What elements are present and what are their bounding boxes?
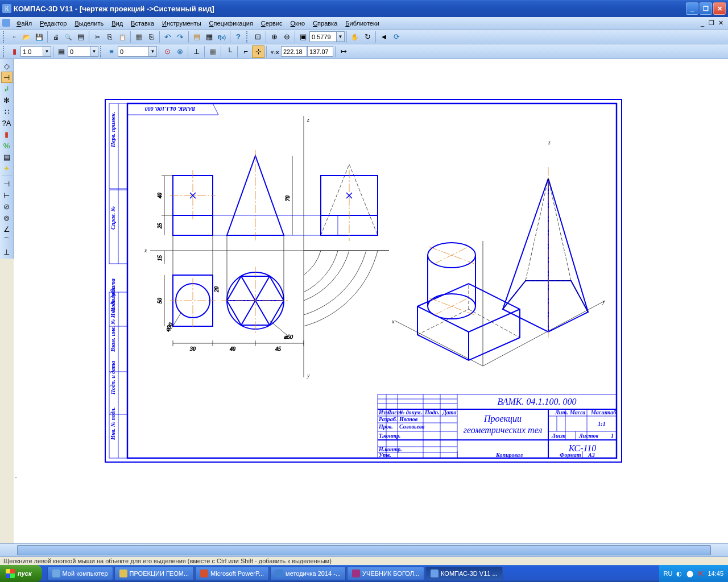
spec-panel-button[interactable]: % xyxy=(1,140,13,151)
menu-item[interactable]: Спецификация xyxy=(205,19,257,28)
state-input[interactable] xyxy=(20,46,43,57)
mdi-close[interactable]: ✕ xyxy=(717,19,725,27)
new-button[interactable] xyxy=(8,31,20,43)
state-dropdown[interactable]: ▼ xyxy=(43,46,51,57)
start-button[interactable]: пуск xyxy=(0,565,42,582)
copy-props-button[interactable]: ⎘ xyxy=(145,31,158,43)
reports-panel-button[interactable]: ▤ xyxy=(1,151,13,163)
menu-item[interactable]: Сервис xyxy=(257,19,287,28)
prev-view-button[interactable]: ◄ xyxy=(378,31,390,43)
menu-item[interactable]: Справка xyxy=(309,19,341,28)
track-button[interactable]: ⊹ xyxy=(252,45,264,58)
zoom-out-button[interactable] xyxy=(280,31,293,43)
tray-av-icon[interactable]: K xyxy=(697,569,705,577)
properties-button[interactable] xyxy=(133,31,145,43)
insert-panel-button[interactable]: ✦ xyxy=(1,163,13,174)
task-button[interactable]: УЧЕБНИК БОГОЛ... xyxy=(347,567,424,580)
tool-dim1[interactable]: ⊢ xyxy=(1,189,13,201)
style-input[interactable] xyxy=(118,46,149,57)
menu-item[interactable]: Окно xyxy=(287,19,309,28)
layer-dropdown[interactable]: ▼ xyxy=(90,46,98,57)
preview-button[interactable] xyxy=(62,31,75,43)
menu-item[interactable]: Файл xyxy=(13,19,36,28)
help-button[interactable] xyxy=(232,31,245,43)
zoom-in-button[interactable] xyxy=(268,31,280,43)
property-bar-track[interactable] xyxy=(17,545,711,555)
paste-button[interactable] xyxy=(116,31,129,43)
drawing-canvas[interactable]: Перв. примен. Справ. № Подп. и дата Взам… xyxy=(14,59,728,543)
library-button[interactable] xyxy=(191,31,203,43)
task-button[interactable]: Мой компьютер xyxy=(47,567,113,580)
snap-local-button[interactable] xyxy=(173,45,186,58)
style-combo[interactable]: ▼ xyxy=(118,46,157,57)
zoom-combo[interactable]: ▼ xyxy=(309,31,345,42)
variables-button[interactable] xyxy=(216,31,228,43)
open-button[interactable] xyxy=(20,31,33,43)
toolbar-grip[interactable] xyxy=(100,46,104,57)
redo-button[interactable] xyxy=(174,31,187,43)
xy-button[interactable] xyxy=(268,45,281,58)
notations-panel-button[interactable]: ↲ xyxy=(1,83,13,94)
language-indicator[interactable]: RU xyxy=(664,570,673,577)
style-button[interactable]: ≡ xyxy=(105,45,118,58)
copy-button[interactable] xyxy=(104,31,116,43)
tool-dim3[interactable]: ⊚ xyxy=(1,212,13,223)
maximize-button[interactable]: ❐ xyxy=(700,2,712,15)
step-button[interactable] xyxy=(337,45,350,58)
layer-input[interactable] xyxy=(68,46,90,57)
minimize-button[interactable]: _ xyxy=(686,2,698,15)
param-panel-button[interactable]: ∷ xyxy=(1,106,13,117)
doc-manager-button[interactable]: ▤ xyxy=(75,31,87,43)
menu-item[interactable]: Вид xyxy=(107,19,127,28)
tray-icon[interactable]: ⬤ xyxy=(686,569,694,577)
local-cs-button[interactable]: ⌐ xyxy=(239,45,252,58)
task-button[interactable]: методичка 2014 -... xyxy=(270,567,346,580)
calc-button[interactable]: ▦ xyxy=(203,31,216,43)
rotate-button[interactable] xyxy=(361,31,374,43)
layer-combo[interactable]: ▼ xyxy=(68,46,98,57)
tool-angle[interactable]: ∠ xyxy=(1,223,13,235)
round-button[interactable] xyxy=(206,45,219,58)
toolbar-grip[interactable] xyxy=(246,31,250,43)
undo-button[interactable] xyxy=(162,31,174,43)
edit-panel-button[interactable]: ✻ xyxy=(1,94,13,106)
task-button[interactable]: ПРОЕКЦИИ ГЕОМ... xyxy=(114,567,195,580)
coord-y-input[interactable] xyxy=(307,46,333,57)
menu-item[interactable]: Выделить xyxy=(71,19,107,28)
geometry-panel-button[interactable]: ◇ xyxy=(1,60,13,72)
toolbar-grip[interactable] xyxy=(3,46,6,57)
menu-item[interactable]: Редактор xyxy=(36,19,71,28)
grid-toggle-button[interactable]: ⊥ xyxy=(190,45,202,58)
tool-arc[interactable]: ⌒ xyxy=(1,235,13,246)
refresh-button[interactable] xyxy=(390,31,403,43)
save-button[interactable] xyxy=(33,31,46,43)
zoom-window-button[interactable] xyxy=(251,31,264,43)
zoom-input[interactable] xyxy=(309,31,337,42)
menu-item[interactable]: Вставка xyxy=(127,19,158,28)
tool-dim2[interactable]: ⊘ xyxy=(1,201,13,212)
style-dropdown[interactable]: ▼ xyxy=(149,46,157,57)
snap-global-button[interactable] xyxy=(161,45,173,58)
tool-height[interactable]: ⊥ xyxy=(1,246,13,257)
menu-item[interactable]: Инструменты xyxy=(158,19,205,28)
task-button[interactable]: КОМПАС-3D V11 ... xyxy=(425,567,503,580)
coord-x-input[interactable] xyxy=(281,46,307,57)
measure-panel-button[interactable]: ?A xyxy=(1,117,13,128)
print-button[interactable] xyxy=(49,31,62,43)
toolbar-grip[interactable] xyxy=(3,31,6,43)
dimensions-panel-button[interactable]: ⊣ xyxy=(1,72,13,83)
ortho-button[interactable]: └ xyxy=(223,45,235,58)
tool-line[interactable]: ⊣ xyxy=(1,178,13,189)
zoom-dropdown[interactable]: ▼ xyxy=(337,31,345,42)
cut-button[interactable] xyxy=(91,31,104,43)
clock[interactable]: 14:45 xyxy=(708,570,723,577)
task-button[interactable]: Microsoft PowerP... xyxy=(195,567,269,580)
tray-icon[interactable]: ◐ xyxy=(675,569,683,577)
state-button[interactable]: ▮ xyxy=(8,45,20,58)
mdi-restore[interactable]: ❐ xyxy=(708,19,715,27)
mdi-minimize[interactable]: _ xyxy=(698,19,706,27)
pan-button[interactable] xyxy=(349,31,361,43)
menu-item[interactable]: Библиотеки xyxy=(341,19,383,28)
select-panel-button[interactable]: ▮ xyxy=(1,128,13,140)
close-button[interactable]: ✕ xyxy=(713,2,726,15)
